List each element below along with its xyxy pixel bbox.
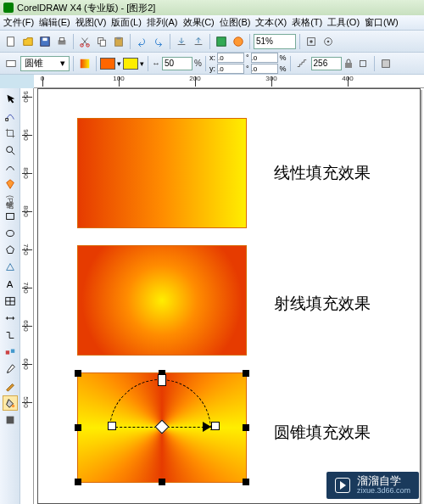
menu-arrange[interactable]: 排列(A) [147,16,178,29]
app-launcher-button[interactable] [214,34,229,49]
cut-button[interactable] [77,34,92,49]
import-button[interactable] [174,34,189,49]
outline-tool[interactable] [3,378,18,394]
separator [130,34,131,49]
conical-gradient-rect[interactable] [77,372,247,483]
table-tool[interactable] [3,294,18,309]
separator [374,56,375,71]
menu-effects[interactable]: 效果(C) [183,16,215,29]
connector-tool[interactable] [3,328,18,343]
svg-point-14 [310,40,313,43]
svg-rect-22 [5,119,8,121]
paste-button[interactable] [111,34,126,49]
handle-icon[interactable] [159,479,165,485]
h-pct-input[interactable] [251,64,278,74]
app-logo-icon [3,3,14,13]
radial-gradient-rect[interactable] [77,245,247,356]
standard-toolbar [0,31,424,53]
zoom-tool[interactable] [3,143,18,158]
linear-gradient-rect[interactable] [77,118,247,228]
handle-icon[interactable] [159,370,165,377]
svg-rect-8 [100,40,105,46]
crop-tool[interactable] [3,126,18,141]
menu-window[interactable]: 窗口(W) [365,16,399,29]
eyedropper-tool[interactable] [3,361,18,377]
interactive-fill-tool[interactable] [3,395,18,411]
print-button[interactable] [54,34,70,49]
menu-table[interactable]: 表格(T) [292,16,322,29]
separator [290,56,291,71]
ellipse-tool[interactable] [3,226,18,241]
undo-button[interactable] [134,34,149,49]
doc-title: [图形2] [126,2,155,14]
y-input[interactable] [217,64,244,74]
options-button[interactable] [321,34,336,49]
canvas-area[interactable]: 线性填充效果 射线填充效果 圆锥填充效果 [34,88,424,504]
svg-rect-10 [116,36,120,39]
new-button[interactable] [3,34,19,49]
handle-icon[interactable] [243,424,249,431]
shape-tool[interactable] [3,109,18,124]
menu-layout[interactable]: 版面(L) [111,16,141,29]
w-pct-input[interactable] [251,53,278,63]
export-button[interactable] [191,34,206,49]
open-button[interactable] [20,34,36,49]
start-color-swatch[interactable] [100,58,115,70]
menu-tools[interactable]: 工具(O) [327,16,360,29]
svg-rect-18 [81,59,90,68]
text-tool[interactable]: A [3,277,18,292]
svg-rect-4 [59,37,64,41]
steps-input[interactable] [311,57,342,70]
fill-tool[interactable] [3,412,18,428]
play-icon [335,478,350,493]
x-input[interactable] [217,53,244,63]
handle-icon[interactable] [75,424,81,431]
pick-tool[interactable] [3,92,18,107]
interactive-blend-tool[interactable] [3,344,18,360]
svg-rect-17 [7,60,16,66]
copy-props-button[interactable] [355,56,371,71]
presets-button[interactable] [3,56,19,71]
steps-button[interactable] [294,56,310,71]
svg-rect-21 [382,59,389,67]
watermark-url: zixue.3d66.com [357,487,410,496]
smart-fill-tool[interactable] [3,176,18,192]
menu-file[interactable]: 文件(F) [3,16,34,29]
midpoint-input[interactable] [162,57,192,70]
svg-rect-11 [217,36,226,46]
handle-icon[interactable] [243,479,249,485]
freehand-tool[interactable] [3,160,18,175]
svg-point-12 [234,36,243,46]
handle-icon[interactable] [75,479,81,485]
svg-rect-29 [10,350,14,353]
fill-type-select[interactable]: 圆锥▾ [20,56,70,71]
separator [170,34,170,49]
end-color-swatch[interactable] [123,58,138,70]
dimension-tool[interactable] [3,311,18,326]
handle-icon[interactable] [75,370,81,377]
handle-icon[interactable] [243,370,249,377]
save-button[interactable] [37,34,53,49]
fountain-dialog-button[interactable] [77,56,92,71]
menu-bitmap[interactable]: 位图(B) [220,16,251,29]
zoom-level-select[interactable] [254,34,296,49]
svg-point-16 [327,40,330,42]
menu-view[interactable]: 视图(V) [75,16,107,29]
menu-edit[interactable]: 编辑(E) [39,16,70,29]
separator [96,56,97,71]
separator [209,34,210,49]
welcome-button[interactable] [231,34,246,49]
rectangle-tool[interactable] [3,209,18,224]
lock-icon[interactable] [343,56,354,71]
property-bar: 圆锥▾ ▾ ▾ ↔ % x:° y:° % % [0,53,424,75]
redo-button[interactable] [151,34,166,49]
caption-radial: 射线填充效果 [274,293,371,315]
snap-button[interactable] [304,34,319,49]
basic-shapes-tool[interactable] [3,260,18,275]
caption-conical: 圆锥填充效果 [274,422,371,444]
menu-text[interactable]: 文本(X) [255,16,287,29]
copy-button[interactable] [94,34,109,49]
apply-button[interactable] [378,56,393,71]
svg-text:A: A [6,279,13,289]
polygon-tool[interactable] [3,243,18,258]
